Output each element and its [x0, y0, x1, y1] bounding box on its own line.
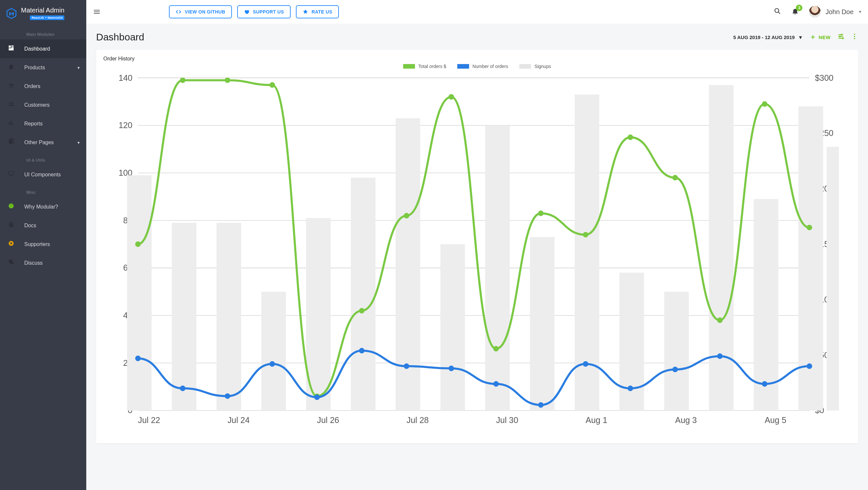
sidebar-item-label: Discuss: [24, 260, 43, 266]
sidebar-item-docs[interactable]: Docs: [0, 216, 86, 235]
svg-rect-65: [261, 292, 286, 410]
topbar: VIEW ON GITHUB SUPPORT US RATE US 3: [86, 0, 868, 24]
order-history-chart: 020406080100120140$0$50$100$150$200$250$…: [103, 71, 851, 438]
svg-rect-21: [94, 10, 100, 10]
svg-rect-71: [530, 237, 554, 410]
sliders-icon: [837, 33, 844, 40]
svg-text:Jul 30: Jul 30: [496, 415, 518, 425]
svg-rect-69: [440, 244, 465, 410]
dashboard-icon: [7, 45, 15, 53]
legend-num-orders[interactable]: Number of orders: [457, 64, 508, 69]
svg-text:Aug 3: Aug 3: [675, 415, 697, 425]
sidebar: Material Admin ReactJS + MaterialUI Main…: [0, 0, 86, 490]
new-button-label: NEW: [819, 34, 831, 40]
svg-point-87: [493, 346, 499, 351]
svg-point-28: [854, 34, 855, 35]
sidebar-item-discuss[interactable]: Discuss: [0, 254, 86, 272]
caret-down-icon: ▼: [858, 9, 862, 14]
svg-rect-70: [485, 125, 510, 410]
svg-point-85: [404, 213, 409, 219]
sidebar-item-reports[interactable]: Reports: [0, 114, 86, 133]
new-button[interactable]: NEW: [810, 34, 831, 40]
sidebar-item-other-pages[interactable]: Other Pages ▾: [0, 133, 86, 152]
svg-point-27: [842, 38, 844, 39]
svg-rect-75: [709, 85, 734, 410]
svg-text:$300: $300: [815, 73, 833, 82]
brand-title: Material Admin: [21, 6, 64, 14]
caret-down-icon: ▼: [798, 34, 803, 40]
cart-icon: [7, 82, 15, 90]
code-icon: [176, 9, 181, 15]
plus-icon: [810, 34, 816, 40]
sidebar-item-label: Why Modular?: [24, 204, 58, 210]
sidebar-item-label: Dashboard: [24, 46, 50, 52]
sidebar-item-dashboard[interactable]: Dashboard: [0, 39, 86, 58]
more-button[interactable]: [851, 33, 858, 41]
sidebar-item-supporters[interactable]: Supporters: [0, 235, 86, 254]
user-name: John Doe: [825, 8, 854, 16]
sidebar-section-ui: UI & Utils: [0, 152, 86, 165]
svg-text:Aug 5: Aug 5: [765, 415, 786, 425]
legend-total-orders[interactable]: Total orders $: [403, 64, 446, 69]
github-button-label: VIEW ON GITHUB: [185, 9, 225, 15]
svg-point-109: [762, 381, 767, 387]
sidebar-item-orders[interactable]: Orders: [0, 77, 86, 95]
svg-rect-4: [9, 48, 14, 51]
svg-point-95: [135, 356, 141, 361]
svg-point-91: [673, 175, 678, 181]
gear-badge-icon: !: [7, 203, 15, 211]
date-range-label: 5 AUG 2019 - 12 AUG 2019: [733, 34, 795, 40]
svg-point-25: [841, 34, 842, 35]
svg-point-84: [359, 308, 365, 314]
user-menu[interactable]: John Doe ▼: [809, 6, 862, 18]
notifications-button[interactable]: 3: [791, 7, 799, 17]
doc-icon: [7, 221, 15, 230]
sidebar-item-label: Reports: [24, 121, 43, 127]
sidebar-item-products[interactable]: Products ▾: [0, 58, 86, 77]
sidebar-item-ui-components[interactable]: UI Components: [0, 165, 86, 184]
svg-point-103: [493, 381, 499, 387]
svg-text:Aug 1: Aug 1: [586, 415, 607, 425]
svg-rect-7: [9, 122, 10, 125]
legend-signups[interactable]: Signups: [519, 64, 551, 69]
github-button[interactable]: VIEW ON GITHUB: [169, 5, 232, 19]
sidebar-item-customers[interactable]: Customers: [0, 95, 86, 114]
date-range-picker[interactable]: 5 AUG 2019 - 12 AUG 2019 ▼: [733, 34, 803, 40]
support-button[interactable]: SUPPORT US: [237, 5, 291, 19]
svg-point-26: [839, 36, 840, 37]
rate-button[interactable]: RATE US: [296, 5, 339, 19]
svg-text:Jul 28: Jul 28: [406, 415, 429, 425]
svg-point-110: [807, 363, 812, 369]
brand[interactable]: Material Admin ReactJS + MaterialUI: [0, 0, 86, 26]
svg-rect-9: [12, 123, 13, 125]
svg-point-97: [225, 394, 230, 399]
menu-toggle-button[interactable]: [90, 5, 104, 19]
svg-text:Jul 26: Jul 26: [317, 415, 339, 425]
svg-rect-67: [351, 178, 375, 410]
sidebar-item-why-modular[interactable]: ! Why Modular?: [0, 197, 86, 216]
svg-point-101: [404, 363, 409, 369]
chart-icon: [7, 119, 15, 128]
chevron-down-icon: ▾: [78, 65, 80, 70]
card-title: Order History: [103, 56, 851, 62]
svg-point-102: [448, 366, 454, 371]
svg-point-29: [854, 36, 855, 37]
brand-logo-icon: [6, 8, 17, 19]
svg-point-90: [627, 135, 633, 140]
svg-rect-1: [9, 46, 11, 48]
svg-point-79: [135, 241, 141, 247]
tune-button[interactable]: [837, 33, 844, 41]
page-title: Dashboard: [96, 31, 144, 43]
svg-rect-63: [172, 223, 196, 410]
svg-point-88: [538, 210, 544, 216]
search-button[interactable]: [774, 7, 781, 17]
svg-rect-74: [664, 292, 689, 410]
svg-point-5: [9, 102, 11, 104]
svg-point-24: [775, 8, 779, 12]
svg-rect-2: [11, 46, 14, 47]
svg-point-80: [180, 78, 186, 83]
bag-icon: [7, 63, 15, 71]
svg-text:Jul 22: Jul 22: [138, 415, 160, 425]
star-icon: [303, 9, 308, 15]
svg-point-100: [359, 348, 365, 353]
